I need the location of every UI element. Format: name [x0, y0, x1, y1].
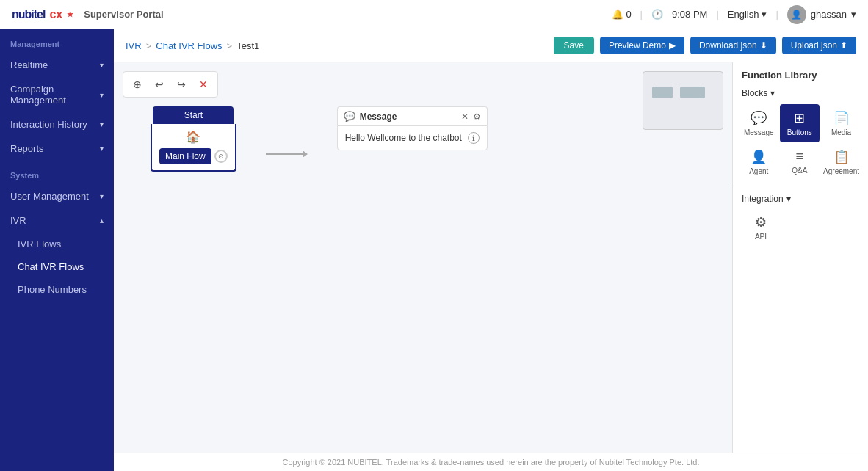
divider1: |: [640, 9, 643, 20]
breadcrumb-sep1: >: [146, 40, 152, 51]
agreement-func-label: Agreement: [823, 167, 859, 175]
download-label: Download json: [699, 40, 757, 51]
mini-map-block2: [680, 87, 705, 98]
canvas-undo-btn[interactable]: ↩: [150, 75, 169, 94]
media-func-icon: 📄: [833, 110, 850, 126]
canvas-area[interactable]: ⊕ ↩ ↪ ✕ Start 🏠: [114, 62, 732, 471]
agreement-func-icon: 📋: [833, 149, 850, 165]
header-right: 🔔 0 | 🕐 9:08 PM | English ▾ | 👤 ghassan …: [612, 5, 856, 24]
main-flow-badge[interactable]: Main Flow: [159, 148, 211, 164]
upload-button[interactable]: Upload json ⬆: [782, 37, 856, 54]
sidebar-item-reports[interactable]: Reports ▾: [0, 136, 114, 161]
start-node: Start 🏠 Main Flow ⊙: [151, 106, 236, 172]
canvas-toolbar: ⊕ ↩ ↪ ✕: [123, 71, 218, 98]
message-close-btn[interactable]: ✕: [461, 112, 469, 122]
sidebar-item-chat-ivr-flows[interactable]: Chat IVR Flows: [0, 255, 114, 278]
message-body: Hello Wellcome to the chatbot ℹ: [337, 125, 488, 150]
sidebar-sub-item-label: Phone Numbers: [18, 284, 87, 295]
clock-icon: 🕐: [651, 9, 663, 20]
sidebar-item-campaign[interactable]: Campaign Management ▾: [0, 77, 114, 112]
chevron-icon: ▴: [100, 216, 104, 224]
divider3: |: [775, 9, 778, 20]
save-button[interactable]: Save: [554, 37, 594, 54]
sidebar-item-label: IVR: [10, 215, 26, 226]
arrow-line: [266, 153, 303, 155]
mini-map-block1: [652, 87, 673, 98]
function-item-media[interactable]: 📄 Media: [820, 104, 862, 142]
message-node: 💬 Message ✕ ⚙ Hello Wellcome to the chat…: [337, 106, 488, 150]
preview-label: Preview Demo: [609, 40, 666, 51]
logo: nubitelcx★ Supervisor Portal: [12, 8, 164, 21]
api-label: API: [755, 233, 767, 241]
chevron-icon: ▾: [100, 91, 104, 99]
chevron-icon: ▾: [100, 145, 104, 153]
integration-label: Integration: [742, 194, 784, 204]
agent-func-icon: 👤: [751, 149, 767, 165]
buttons-func-icon: ⊞: [794, 110, 805, 126]
function-item-api[interactable]: ⚙ API: [742, 210, 780, 245]
sidebar-item-label: Realtime: [10, 59, 48, 70]
sidebar-item-phone-numbers[interactable]: Phone Numbers: [0, 278, 114, 301]
message-title: Message: [360, 112, 397, 122]
sidebar-sub-item-label: Chat IVR Flows: [18, 261, 84, 272]
message-header: 💬 Message ✕ ⚙: [337, 106, 488, 125]
toolbar-actions: Save Preview Demo ▶ Download json ⬇ Uplo…: [554, 37, 856, 54]
blocks-dropdown[interactable]: Blocks ▾: [733, 85, 868, 104]
user-menu[interactable]: 👤 ghassan ▾: [787, 5, 856, 24]
preview-button[interactable]: Preview Demo ▶: [600, 37, 684, 54]
logo-star: ★: [67, 10, 73, 18]
download-button[interactable]: Download json ⬇: [690, 37, 776, 54]
canvas-clear-btn[interactable]: ✕: [194, 75, 213, 94]
integration-dropdown[interactable]: Integration ▾: [733, 191, 868, 210]
qa-func-label: Q&A: [792, 167, 807, 175]
canvas-wrapper: ⊕ ↩ ↪ ✕ Start 🏠: [114, 62, 868, 471]
logo-text: nubitel: [12, 8, 45, 21]
arrow-head: [303, 150, 308, 158]
function-item-qa[interactable]: ≡ Q&A: [780, 143, 820, 181]
message-header-actions: ✕ ⚙: [461, 112, 481, 122]
bell-button[interactable]: 🔔 0: [612, 9, 632, 20]
function-item-message[interactable]: 💬 Message: [739, 104, 779, 142]
portal-title: Supervisor Portal: [84, 9, 163, 20]
breadcrumb: IVR > Chat IVR Flows > Test1: [126, 40, 259, 51]
username: ghassan: [811, 9, 847, 20]
sidebar-item-interaction[interactable]: Interaction History ▾: [0, 112, 114, 136]
main-flow-row: Main Flow ⊙: [159, 148, 228, 164]
function-item-agent[interactable]: 👤 Agent: [739, 143, 779, 181]
message-icon: 💬: [344, 111, 355, 122]
message-settings-btn[interactable]: ⚙: [473, 112, 481, 122]
logo-cx: cx: [49, 8, 62, 21]
system-section-label: System: [0, 161, 114, 184]
page-toolbar: IVR > Chat IVR Flows > Test1 Save Previe…: [114, 29, 868, 62]
breadcrumb-ivr[interactable]: IVR: [126, 40, 142, 51]
function-item-agreement[interactable]: 📋 Agreement: [820, 143, 862, 181]
avatar: 👤: [787, 5, 806, 24]
divider2: |: [716, 9, 718, 20]
chevron-icon: ▾: [100, 192, 104, 200]
header: nubitelcx★ Supervisor Portal 🔔 0 | 🕐 9:0…: [0, 0, 868, 29]
sidebar-item-user-mgmt[interactable]: User Management ▾: [0, 184, 114, 208]
integration-chevron-icon: ▾: [786, 194, 791, 204]
start-tab: Start: [153, 106, 234, 124]
main-flow-circle[interactable]: ⊙: [214, 150, 228, 163]
canvas-home-btn[interactable]: ⊕: [128, 75, 147, 94]
chevron-down-icon: ▾: [762, 9, 767, 20]
agent-func-label: Agent: [749, 167, 768, 175]
sidebar-item-realtime[interactable]: Realtime ▾: [0, 53, 114, 77]
breadcrumb-chat-ivr[interactable]: Chat IVR Flows: [156, 40, 222, 51]
sidebar-item-ivr-flows[interactable]: IVR Flows: [0, 233, 114, 255]
breadcrumb-current: Test1: [236, 40, 259, 51]
sidebar-item-label: User Management: [10, 191, 89, 202]
sidebar-item-label: Reports: [10, 143, 44, 154]
header-time: 9:08 PM: [672, 9, 707, 20]
sidebar-item-ivr[interactable]: IVR ▴: [0, 208, 114, 233]
panel-divider: [733, 186, 868, 186]
canvas-redo-btn[interactable]: ↪: [172, 75, 191, 94]
main-content: IVR > Chat IVR Flows > Test1 Save Previe…: [114, 29, 868, 471]
message-title-row: 💬 Message: [344, 111, 397, 122]
function-item-buttons[interactable]: ⊞ Buttons: [780, 104, 820, 142]
upload-icon: ⬆: [840, 40, 847, 51]
language-selector[interactable]: English ▾: [728, 9, 767, 20]
message-info-icon[interactable]: ℹ: [468, 132, 480, 144]
panel-title: Function Library: [733, 62, 868, 85]
